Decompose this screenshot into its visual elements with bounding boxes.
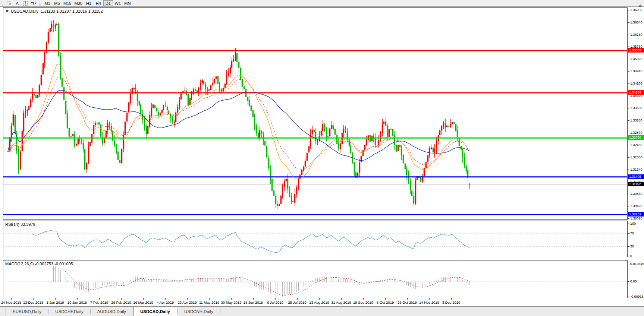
timeframe-button-w1[interactable]: W1: [113, 0, 123, 6]
date-label: 6 Jul 2019: [267, 300, 283, 304]
date-label: 1 Jan 2019: [46, 300, 64, 304]
date-label: 7 Feb 2019: [90, 300, 108, 304]
tabbar-spacer: [0, 307, 6, 316]
date-tick: [407, 298, 408, 300]
date-tick: [231, 298, 232, 300]
price-chart-panel[interactable]: USDCAD,Daily 1.31133 1.31207 1.31016 1.3…: [3, 7, 628, 220]
chart-title: USDCAD,Daily 1.31133 1.31207 1.31016 1.3…: [6, 9, 103, 13]
date-tick: [99, 298, 100, 300]
rsi-label: RSI(14) 33.3979: [5, 222, 35, 227]
timeframe-button-m15[interactable]: M15: [62, 0, 73, 6]
price-tick-label: 1.36130: [630, 33, 643, 37]
macd-label: MACD(12,26,9) -0.002753 -0.001005: [5, 262, 73, 266]
date-tick: [55, 298, 56, 300]
price-tick-label: 1.34500: [630, 82, 643, 85]
date-tick: [33, 298, 34, 300]
price-tick-label: 1.33280: [630, 118, 643, 122]
timeframe-button-m5[interactable]: M5: [52, 0, 62, 6]
grid-tool-icon[interactable]: F: [6, 0, 12, 6]
toolbar-grip[interactable]: [39, 1, 41, 6]
date-label: 4 Apr 2019: [157, 300, 174, 304]
price-tick-label: 1.35320: [630, 57, 643, 61]
price-tick-label: 1.36950: [630, 8, 643, 12]
axis-tick: [628, 256, 629, 256]
date-tick: [11, 298, 12, 300]
level-price-badge: 1.32700: [628, 135, 644, 140]
axis-tick: [628, 233, 629, 234]
date-label: 8 Oct 2019: [377, 300, 394, 304]
price-tick-label: 1.30830: [630, 192, 643, 196]
date-tick: [275, 298, 276, 300]
date-label: 24 Nov 2018: [1, 300, 21, 304]
price-axis[interactable]: 1.369501.365401.361301.357301.353201.349…: [628, 7, 644, 306]
axis-tick: [628, 71, 629, 72]
level-price-badge: 1.34206: [628, 90, 644, 95]
date-tick: [77, 298, 78, 300]
collapse-triangle-icon[interactable]: [6, 10, 9, 12]
cycle-tool-icon[interactable]: ⇆ ▾: [30, 0, 37, 6]
axis-tick: [628, 170, 629, 170]
timeframe-button-m30[interactable]: M30: [73, 0, 84, 6]
date-tick: [341, 298, 342, 300]
price-tick-label: 1.34910: [630, 69, 643, 73]
macd-plot: [3, 260, 627, 298]
date-label: 25 Jul 2019: [288, 300, 306, 304]
axis-tick: [628, 35, 629, 35]
timeframe-button-d1[interactable]: D1: [103, 0, 113, 6]
axis-tick: [628, 10, 629, 10]
date-tick: [319, 298, 320, 300]
chart-tab-usdchf[interactable]: USDCHF,Daily: [48, 307, 90, 316]
date-tick: [385, 298, 386, 300]
axis-tick: [628, 281, 629, 282]
date-axis[interactable]: 24 Nov 201813 Dec 20181 Jan 201919 Jan 2…: [3, 298, 628, 306]
axis-tick: [628, 224, 629, 224]
timeframe-button-m1[interactable]: M1: [43, 0, 52, 6]
toolbar-grip[interactable]: [1, 1, 3, 6]
date-tick: [209, 298, 210, 300]
date-label: 11 May 2019: [199, 300, 219, 304]
tab-separator: [220, 309, 220, 314]
date-label: 3 Dec 2019: [442, 300, 461, 304]
timeframe-button-h4[interactable]: H4: [94, 0, 103, 6]
date-tick: [187, 298, 188, 300]
price-tick-label: 1.33680: [630, 106, 643, 110]
date-label: 13 Dec 2018: [23, 300, 43, 304]
chart-tab-audusd[interactable]: AUDUSD,Daily: [91, 307, 133, 316]
chevron-down-icon: ▾: [35, 1, 37, 5]
annotate-tool-icon[interactable]: A: [14, 0, 21, 6]
axis-tick: [628, 145, 629, 145]
axis-tick: [628, 83, 629, 84]
date-label: 23 Apr 2019: [178, 300, 197, 304]
current-price-badge: 1.31152: [628, 182, 644, 186]
toolbar: F A T ⇆ ▾ M1M5M15M30H1H4D1W1MN: [0, 0, 644, 7]
axis-tick: [628, 133, 629, 133]
timeframe-button-mn[interactable]: MN: [123, 0, 132, 6]
date-label: 14 Nov 2019: [419, 300, 439, 304]
axis-tick: [628, 47, 629, 47]
axis-tick: [628, 218, 629, 219]
chart-tab-usdcnh[interactable]: USDCNH,Daily: [178, 307, 220, 316]
chart-tab-eurusd[interactable]: EURUSD,Daily: [6, 307, 48, 316]
macd-panel[interactable]: MACD(12,26,9) -0.002753 -0.001005: [3, 260, 628, 298]
price-tick-label: 1.31640: [630, 168, 643, 171]
date-tick: [451, 298, 452, 300]
grid-letter: F: [9, 3, 11, 6]
axis-tick: [628, 297, 629, 297]
axis-tick: [628, 157, 629, 158]
date-label: 13 Aug 2019: [309, 300, 329, 304]
chart-tab-usdcad[interactable]: USDCAD,Daily: [133, 307, 177, 316]
axis-tick: [628, 22, 629, 23]
rsi-panel[interactable]: RSI(14) 33.3979: [3, 221, 628, 257]
timeframe-button-h1[interactable]: H1: [84, 0, 94, 6]
macd-tick-label: 0.010615: [630, 262, 644, 266]
price-tick-label: 1.32460: [630, 143, 643, 147]
axis-tick: [628, 120, 629, 121]
axis-tick: [628, 264, 629, 264]
scroll-marker-icon[interactable]: [638, 4, 642, 7]
date-label: 31 Aug 2019: [331, 300, 351, 304]
date-label: 26 Feb 2019: [111, 300, 131, 304]
chart-tab-bar: EURUSD,DailyUSDCHF,DailyAUDUSD,DailyUSDC…: [0, 306, 644, 316]
rsi-tick-label: 30: [630, 244, 634, 248]
candlestick-chart: [3, 8, 627, 219]
text-tool-icon[interactable]: T: [22, 0, 29, 6]
